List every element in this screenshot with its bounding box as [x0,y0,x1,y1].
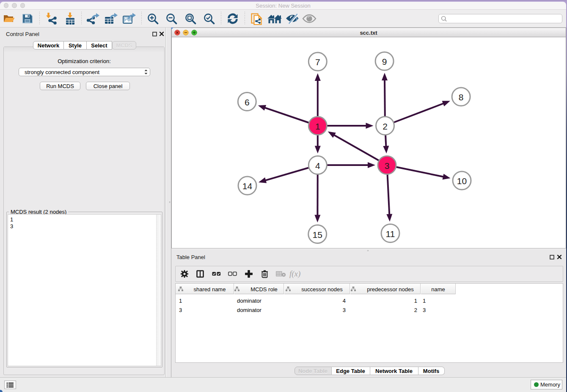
svg-text:14: 14 [242,181,253,191]
svg-text:11: 11 [386,229,395,239]
svg-text:15: 15 [313,230,322,240]
svg-text:8: 8 [459,92,464,102]
svg-text:7: 7 [315,57,320,67]
svg-text:10: 10 [457,176,467,186]
svg-text:4: 4 [315,161,320,171]
svg-text:3: 3 [385,161,390,171]
svg-text:1: 1 [315,121,320,131]
svg-text:6: 6 [245,97,250,107]
svg-text:2: 2 [383,121,388,131]
svg-text:9: 9 [382,57,387,66]
